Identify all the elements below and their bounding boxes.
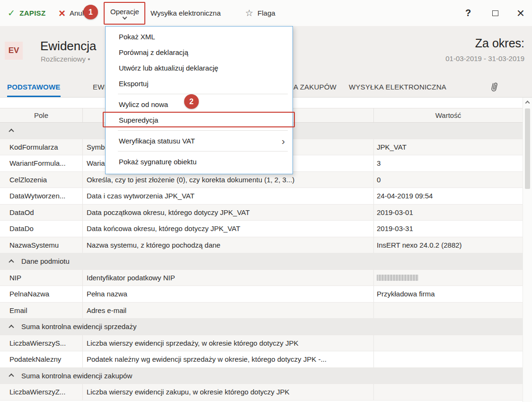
value-cell: 0	[374, 172, 523, 188]
close-button[interactable]: ×	[512, 0, 529, 26]
collapse-chevron-icon[interactable]	[9, 259, 13, 263]
collapse-chevron-icon[interactable]	[9, 325, 13, 329]
description-cell: Data końcowa okresu, którego dotyczy JPK…	[83, 221, 374, 237]
annotation-badge-1: 1	[83, 5, 98, 19]
scrollbar-thumb[interactable]	[525, 108, 530, 189]
menu-item-label: Pokaż XML	[119, 33, 155, 41]
tab-wysylka-elektroniczna[interactable]: WYSYŁKA ELEKTRONICZNA	[349, 77, 446, 97]
menu-separator	[118, 151, 288, 152]
scrollbar-up-arrow-icon[interactable]	[525, 101, 530, 106]
description-cell: Pełna nazwa	[83, 286, 374, 302]
menu-item-utw-rz-lub-aktualizuj-deklaracj[interactable]: Utwórz lub aktualizuj deklarację	[106, 60, 293, 76]
table-row-email[interactable]: EmailAdres e-mail	[0, 303, 523, 319]
period-block: Za okres: 01-03-2019 - 31-03-2019	[445, 36, 524, 63]
description-cell: Data i czas wytworzenia JPK_VAT	[83, 188, 374, 204]
chevron-down-icon	[122, 15, 127, 19]
value-cell	[374, 303, 523, 319]
description-cell: Podatek należny wg ewidencji sprzedaży w…	[83, 351, 374, 367]
value-cell: 2019-03-01	[374, 205, 523, 221]
help-button[interactable]: ?	[460, 0, 477, 26]
table-row-nip[interactable]: NIPIdentyfikator podatkowy NIP	[0, 270, 523, 286]
menu-item-wylicz-od-nowa[interactable]: Wylicz od nowa	[106, 97, 293, 112]
period-label: Za okres:	[445, 36, 524, 50]
description-cell: Identyfikator podatkowy NIP	[83, 270, 374, 286]
menu-item-poka-sygnatur-obiektu[interactable]: Pokaż sygnaturę obiektu	[106, 154, 293, 170]
menu-separator	[118, 94, 288, 94]
field-cell: PodatekNalezny	[0, 351, 83, 367]
field-cell: LiczbaWierszyS...	[0, 335, 83, 351]
menu-item-por-wnaj-z-deklaracj[interactable]: Porównaj z deklaracją	[106, 45, 293, 60]
field-cell: PelnaNazwa	[0, 286, 83, 302]
value-cell: 3	[374, 155, 523, 171]
menu-item-eksportuj[interactable]: Eksportuj	[106, 76, 293, 91]
field-cell: CelZlozenia	[0, 172, 83, 188]
menu-item-poka-xml[interactable]: Pokaż XML	[106, 29, 293, 45]
toolbar: ✓ ZAPISZ × Anuluj Operacje Wysyłka elekt…	[0, 0, 532, 26]
value-cell: InsERT nexo 24.0.2 (2882)	[374, 237, 523, 253]
masked-nip-value	[377, 275, 418, 281]
close-x-icon: ×	[517, 6, 524, 21]
electronic-dispatch-label: Wysyłka elektroniczna	[151, 9, 221, 17]
value-cell	[374, 335, 523, 351]
value-cell: 24-04-2019 09:54	[374, 188, 523, 204]
field-cell: WariantFormula...	[0, 155, 83, 171]
menu-separator	[118, 130, 288, 131]
help-icon: ?	[465, 8, 471, 18]
menu-item-weryfikacja-statusu-vat[interactable]: Weryfikacja statusu VAT›	[106, 133, 293, 149]
group-row-suma-kontrolna-ewidencji-zakup-w[interactable]: Suma kontrolna ewidencji zakupów	[0, 368, 523, 384]
page-subtitle: Rozliczeniowy •	[41, 55, 90, 63]
description-cell: Liczba wierszy ewidencji zakupu, w okres…	[83, 384, 374, 400]
description-cell: Liczba wierszy ewidencji sprzedaży, w ok…	[83, 335, 374, 351]
vertical-scrollbar[interactable]	[523, 98, 532, 402]
menu-item-label: Pokaż sygnaturę obiektu	[119, 158, 196, 166]
attachments-paperclip-icon[interactable]	[489, 81, 499, 95]
field-cell: NIP	[0, 270, 83, 286]
flag-button-label: Flaga	[257, 9, 275, 17]
maximize-button[interactable]	[487, 0, 504, 26]
period-value: 01-03-2019 - 31-03-2019	[445, 54, 524, 63]
star-icon: ☆	[245, 8, 253, 18]
field-cell: DataWytworzen...	[0, 188, 83, 204]
menu-item-label: Porównaj z deklaracją	[119, 48, 188, 56]
menu-item-label: Wylicz od nowa	[119, 100, 168, 108]
group-row-dane-podmiotu[interactable]: Dane podmiotu	[0, 253, 523, 270]
entity-avatar: EV	[5, 42, 23, 60]
column-header-field[interactable]: Pole	[0, 108, 83, 122]
field-cell: DataOd	[0, 205, 83, 221]
flag-button[interactable]: ☆ Flaga	[245, 0, 275, 26]
electronic-dispatch-button[interactable]: Wysyłka elektroniczna	[151, 0, 221, 26]
checkmark-icon: ✓	[8, 8, 15, 18]
field-cell: DataDo	[0, 221, 83, 237]
table-row-podateknalezny[interactable]: PodatekNaleznyPodatek należny wg ewidenc…	[0, 351, 523, 368]
table-row-datawytworzen[interactable]: DataWytworzen...Data i czas wytworzenia …	[0, 188, 523, 205]
menu-item-superedycja[interactable]: Superedycja	[106, 112, 293, 128]
table-row-dataod[interactable]: DataOdData początkowa okresu, którego do…	[0, 205, 523, 221]
save-button[interactable]: ✓ ZAPISZ	[8, 0, 45, 26]
table-row-datado[interactable]: DataDoData końcowa okresu, którego dotyc…	[0, 221, 523, 237]
group-row-suma-kontrolna-ewidencji-sprzeda-y[interactable]: Suma kontrolna ewidencji sprzedaży	[0, 319, 523, 335]
table-row-liczbawierszyz[interactable]: LiczbaWierszyZ...Liczba wierszy ewidencj…	[0, 384, 523, 401]
menu-item-label: Weryfikacja statusu VAT	[119, 137, 195, 145]
operations-menu-button[interactable]: Operacje	[110, 0, 139, 26]
operations-button-label: Operacje	[110, 8, 139, 16]
group-row-label: Dane podmiotu	[21, 257, 70, 265]
value-cell	[374, 351, 523, 367]
description-cell: Adres e-mail	[83, 303, 374, 319]
column-header-value[interactable]: Wartość	[374, 108, 523, 122]
value-cell	[374, 384, 523, 400]
field-cell: LiczbaWierszyZ...	[0, 384, 83, 400]
collapse-chevron-icon[interactable]	[9, 129, 13, 133]
table-row-pelnanazwa[interactable]: PelnaNazwaPełna nazwaPrzykładowa firma	[0, 286, 523, 303]
page-title: Ewidencja	[40, 39, 97, 54]
tab-podstawowe[interactable]: PODSTAWOWE	[7, 77, 61, 97]
annotation-badge-2: 2	[184, 94, 199, 109]
table-row-liczbawierszys[interactable]: LiczbaWierszyS...Liczba wierszy ewidencj…	[0, 335, 523, 352]
table-row-nazwasystemu[interactable]: NazwaSystemuNazwa systemu, z którego poc…	[0, 237, 523, 254]
value-cell: JPK_VAT	[374, 139, 523, 155]
description-cell: Data początkowa okresu, którego dotyczy …	[83, 205, 374, 221]
group-row-label: Suma kontrolna ewidencji sprzedaży	[21, 322, 136, 331]
field-cell: NazwaSystemu	[0, 237, 83, 253]
value-cell	[374, 270, 523, 286]
description-cell: Nazwa systemu, z którego pochodzą dane	[83, 237, 374, 253]
collapse-chevron-icon[interactable]	[9, 374, 13, 377]
